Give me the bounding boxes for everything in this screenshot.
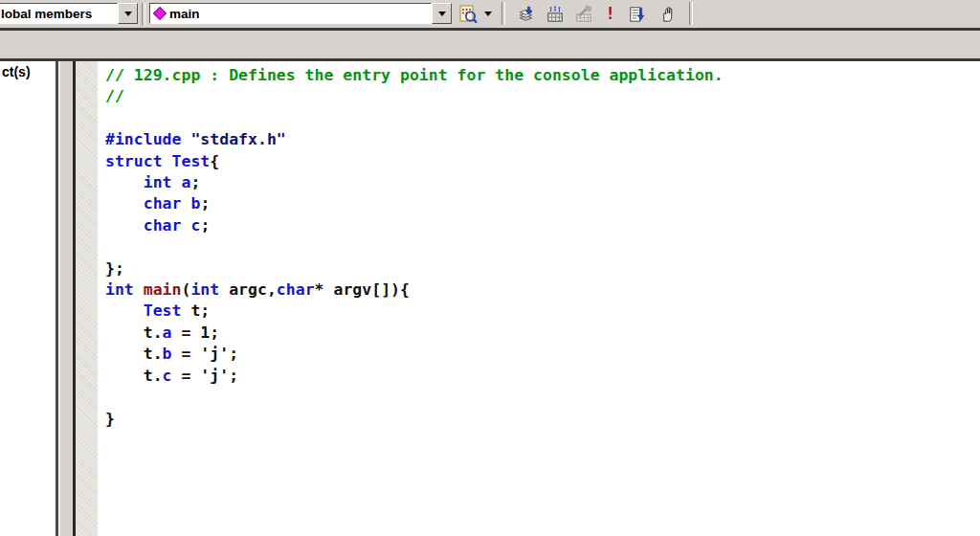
member-combobox-value-zone[interactable]: main: [149, 3, 432, 24]
code-token-plain: {: [210, 152, 219, 170]
code-token-comment: // 129.cpp : Defines the entry point for…: [105, 66, 724, 84]
code-line: t.b = 'j';: [105, 344, 980, 365]
wizard-bar: lobal members main: [0, 0, 980, 31]
go-button[interactable]: [624, 2, 650, 26]
breakpoint-hand-icon: [658, 5, 678, 24]
toolbar-separator: [501, 2, 505, 25]
code-token-keyword: char: [277, 280, 315, 299]
breakpoint-button[interactable]: [655, 2, 680, 26]
code-token-plain: = 1;: [172, 324, 220, 342]
code-line: //: [105, 86, 980, 107]
code-lines: // 129.cpp : Defines the entry point for…: [98, 61, 980, 430]
code-line: #include "stdafx.h": [105, 129, 980, 150]
code-token-plain: [105, 216, 144, 234]
code-token-plain: * argv[]){: [315, 280, 410, 299]
code-line: t.c = 'j';: [105, 366, 980, 387]
code-token-plain: t.: [105, 367, 163, 385]
execute-program-icon: !: [605, 6, 614, 22]
code-token-member: c: [190, 216, 200, 234]
scope-combobox-value[interactable]: lobal members: [0, 3, 118, 24]
code-token-string: "stdafx.h": [190, 130, 285, 148]
code-token-member: b: [163, 345, 172, 363]
workspace-pane-label: ct(s): [0, 61, 56, 79]
code-token-type: Test: [144, 302, 182, 320]
code-token-keyword: char: [144, 216, 182, 234]
code-token-member: c: [163, 367, 172, 385]
code-token-plain: }: [105, 410, 115, 428]
code-token-keyword: int: [190, 280, 219, 299]
wizard-actions-button[interactable]: [456, 2, 480, 26]
compile-button[interactable]: [513, 2, 539, 26]
chevron-down-icon: [438, 11, 446, 16]
code-line: // 129.cpp : Defines the entry point for…: [105, 65, 980, 86]
code-line: t.a = 1;: [105, 323, 980, 344]
code-line: char b;: [105, 193, 980, 214]
scope-combobox[interactable]: lobal members: [0, 3, 138, 24]
code-token-keyword: struct: [105, 152, 163, 170]
code-token-plain: };: [105, 259, 124, 278]
code-token-keyword: #include: [105, 130, 181, 148]
code-token-keyword: char: [144, 194, 182, 212]
member-combobox-value: main: [169, 7, 200, 21]
go-icon: [628, 5, 647, 24]
wizard-actions-dropdown-button[interactable]: [484, 11, 492, 16]
code-token-plain: t.: [105, 345, 163, 363]
code-token-plain: [182, 194, 191, 212]
pane-splitter[interactable]: [60, 61, 73, 536]
build-button[interactable]: [542, 2, 568, 26]
code-token-function: main: [144, 280, 182, 299]
compile-icon: [517, 5, 536, 24]
code-token-plain: [181, 130, 190, 148]
code-line: [105, 108, 980, 129]
nav-toolbar: x main int main(int argc,char* argv[]): [0, 31, 980, 61]
code-token-plain: ;: [190, 173, 200, 191]
code-token-plain: [105, 173, 144, 191]
code-token-plain: [182, 216, 191, 234]
stop-build-icon: [574, 5, 593, 24]
code-line: }: [105, 409, 980, 430]
member-diamond-icon: [153, 7, 167, 20]
code-token-plain: [105, 194, 144, 212]
code-token-plain: = 'j';: [172, 367, 239, 385]
code-token-comment: //: [105, 87, 124, 105]
code-token-plain: [134, 280, 144, 299]
execute-program-button[interactable]: !: [597, 2, 623, 26]
code-token-member: b: [190, 194, 200, 212]
code-token-plain: argc,: [219, 280, 277, 299]
code-line: int a;: [105, 172, 980, 193]
toolbar-separator: [142, 3, 145, 26]
code-token-type: Test: [172, 152, 211, 170]
code-token-plain: t;: [182, 302, 211, 320]
workspace-pane[interactable]: ct(s): [0, 61, 56, 536]
code-token-plain: ;: [200, 194, 210, 212]
chevron-down-icon: [124, 11, 132, 16]
code-token-plain: ;: [200, 216, 210, 234]
code-token-member: a: [163, 324, 172, 342]
scope-combobox-dropdown-button[interactable]: [118, 3, 138, 24]
member-combobox[interactable]: main: [149, 3, 452, 24]
code-token-plain: = 'j';: [172, 345, 239, 363]
code-token-plain: t.: [105, 324, 163, 342]
toolbar-separator: [689, 2, 693, 25]
code-token-plain: [163, 152, 172, 170]
stop-build-button[interactable]: [570, 2, 596, 26]
code-line: };: [105, 258, 980, 279]
code-token-plain: [105, 302, 144, 320]
code-line: [105, 387, 980, 408]
code-line: int main(int argc,char* argv[]){: [105, 279, 980, 301]
code-line: Test t;: [105, 301, 980, 322]
code-token-keyword: int: [105, 280, 134, 299]
wizard-actions-icon: [457, 4, 479, 25]
main-area: ct(s) // 129.cpp : Defines the entry poi…: [0, 61, 980, 536]
editor-selection-margin[interactable]: [76, 61, 98, 536]
code-line: struct Test{: [105, 151, 980, 172]
code-token-keyword: int: [144, 173, 172, 191]
code-line: [105, 236, 980, 257]
code-line: char c;: [105, 215, 980, 236]
member-combobox-dropdown-button[interactable]: [432, 3, 452, 24]
code-token-plain: (: [182, 280, 191, 299]
code-editor[interactable]: // 129.cpp : Defines the entry point for…: [98, 61, 980, 536]
code-token-member: a: [182, 173, 191, 191]
code-token-plain: [172, 173, 182, 191]
build-icon: [546, 5, 565, 24]
